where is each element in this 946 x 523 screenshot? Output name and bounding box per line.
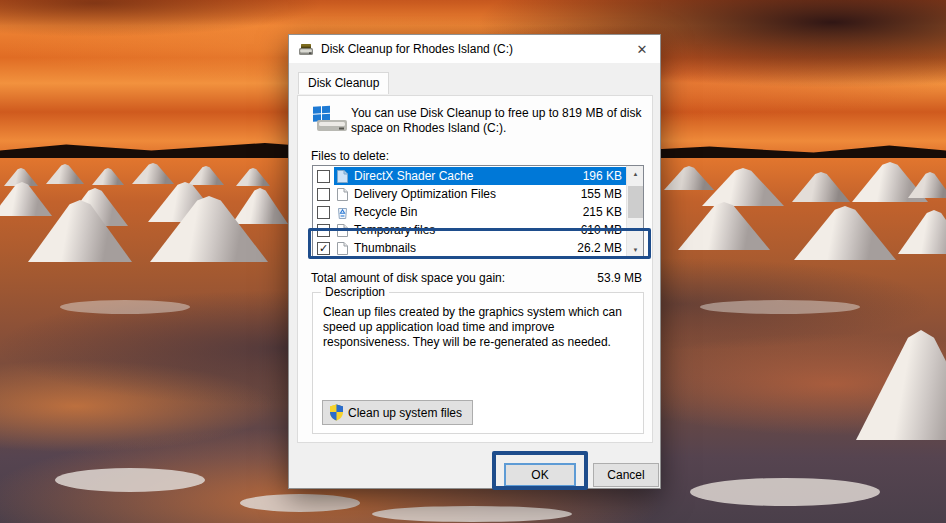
file-size: 155 MB — [581, 187, 622, 201]
file-icon — [336, 241, 349, 256]
intro-text: You can use Disk Cleanup to free up to 8… — [351, 106, 647, 136]
file-size: 196 KB — [583, 169, 622, 183]
file-row-body[interactable]: Temporary files610 MB — [334, 221, 626, 239]
tab-strip: Disk Cleanup — [289, 63, 660, 95]
drive-windows-icon — [311, 103, 349, 133]
file-name: Thumbnails — [354, 241, 416, 255]
files-list-rows: DirectX Shader Cache196 KBDelivery Optim… — [313, 167, 626, 257]
description-text: Clean up files created by the graphics s… — [323, 305, 631, 350]
cancel-button[interactable]: Cancel — [593, 463, 659, 487]
recycle-bin-icon — [336, 205, 349, 220]
file-icon — [336, 187, 349, 202]
scroll-down-icon[interactable]: ▼ — [627, 242, 644, 258]
checkbox-checked[interactable]: ✓ — [317, 242, 330, 255]
clean-up-system-files-label: Clean up system files — [348, 406, 462, 420]
file-row-body[interactable]: DirectX Shader Cache196 KB — [334, 167, 626, 185]
total-gain-label: Total amount of disk space you gain: — [311, 271, 505, 285]
file-row[interactable]: DirectX Shader Cache196 KB — [313, 167, 626, 185]
title-bar: Disk Cleanup for Rhodes Island (C:) ✕ — [289, 35, 660, 63]
scrollbar-thumb[interactable] — [628, 186, 643, 218]
file-name: Delivery Optimization Files — [354, 187, 496, 201]
files-to-delete-label: Files to delete: — [311, 149, 389, 163]
file-name: Temporary files — [354, 223, 435, 237]
files-list[interactable]: DirectX Shader Cache196 KBDelivery Optim… — [312, 165, 644, 259]
uac-shield-icon — [329, 404, 344, 421]
ok-button[interactable]: OK — [504, 463, 576, 487]
files-list-scrollbar[interactable]: ▲ ▼ — [626, 166, 643, 258]
close-icon: ✕ — [637, 42, 648, 57]
disk-cleanup-tab-page: You can use Disk Cleanup to free up to 8… — [297, 95, 653, 443]
file-row-body[interactable]: Delivery Optimization Files155 MB — [334, 185, 626, 203]
tab-disk-cleanup[interactable]: Disk Cleanup — [298, 72, 389, 94]
checkbox-unchecked[interactable] — [317, 170, 330, 183]
checkbox-unchecked[interactable] — [317, 188, 330, 201]
cancel-button-label: Cancel — [607, 468, 644, 482]
file-size: 215 KB — [583, 205, 622, 219]
scroll-up-icon[interactable]: ▲ — [627, 166, 644, 182]
description-groupbox: Description Clean up files created by th… — [312, 292, 644, 434]
file-name: Recycle Bin — [354, 205, 417, 219]
file-row-body[interactable]: Thumbnails26.2 MB — [334, 239, 626, 257]
file-size: 26.2 MB — [577, 241, 622, 255]
description-group-label: Description — [321, 285, 389, 299]
checkbox-unchecked[interactable] — [317, 224, 330, 237]
file-size: 610 MB — [581, 223, 622, 237]
disk-cleanup-app-icon — [298, 42, 314, 57]
clean-up-system-files-button[interactable]: Clean up system files — [322, 400, 473, 425]
file-row[interactable]: Temporary files610 MB — [313, 221, 626, 239]
window-title: Disk Cleanup for Rhodes Island (C:) — [321, 42, 625, 56]
file-row[interactable]: Recycle Bin215 KB — [313, 203, 626, 221]
close-button[interactable]: ✕ — [625, 36, 659, 62]
file-icon-blue — [336, 169, 349, 184]
desktop: Disk Cleanup for Rhodes Island (C:) ✕ Di… — [0, 0, 946, 523]
total-gain-value: 53.9 MB — [597, 271, 642, 285]
file-row-body[interactable]: Recycle Bin215 KB — [334, 203, 626, 221]
disk-cleanup-dialog: Disk Cleanup for Rhodes Island (C:) ✕ Di… — [288, 34, 661, 489]
checkbox-unchecked[interactable] — [317, 206, 330, 219]
file-name: DirectX Shader Cache — [354, 169, 473, 183]
ok-button-label: OK — [531, 468, 548, 482]
file-icon — [336, 223, 349, 238]
file-row[interactable]: Delivery Optimization Files155 MB — [313, 185, 626, 203]
file-row[interactable]: ✓Thumbnails26.2 MB — [313, 239, 626, 257]
